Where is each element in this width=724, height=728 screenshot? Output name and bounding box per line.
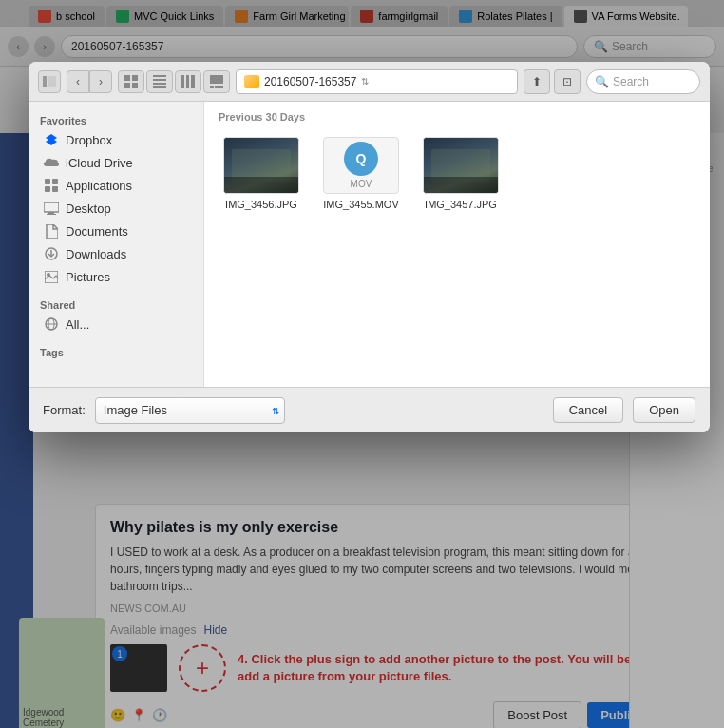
- dialog-overlay[interactable]: ‹ › 20160507-165357 ⇅: [0, 0, 724, 728]
- network-icon: [44, 316, 59, 332]
- back-nav-button[interactable]: ‹: [67, 70, 89, 93]
- applications-icon: [44, 178, 59, 193]
- svg-rect-7: [153, 79, 166, 81]
- sidebar-label-pictures: Pictures: [66, 270, 110, 284]
- icon-view-button[interactable]: [118, 70, 144, 93]
- path-control[interactable]: 20160507-165357 ⇅: [236, 69, 518, 94]
- sidebar-label-documents: Documents: [66, 224, 128, 239]
- file-name-img3456: IMG_3456.JPG: [225, 199, 297, 210]
- sidebar-label-all: All...: [66, 317, 89, 332]
- sidebar-item-applications[interactable]: Applications: [32, 174, 200, 197]
- action-group: ⬆ ⊡: [524, 69, 581, 94]
- mov-icon: Q: [344, 142, 378, 176]
- svg-rect-16: [219, 86, 223, 88]
- sidebar-item-documents[interactable]: Documents: [32, 220, 200, 242]
- thumb-inner-3457: [424, 138, 498, 193]
- svg-rect-9: [153, 86, 166, 88]
- icloud-icon: [44, 155, 59, 170]
- svg-rect-24: [48, 212, 54, 214]
- svg-rect-22: [52, 186, 58, 192]
- path-arrows[interactable]: ⇅: [361, 76, 369, 86]
- column-view-button[interactable]: [175, 70, 201, 93]
- section-header: Previous 30 Days: [219, 111, 695, 123]
- forward-nav-button[interactable]: ›: [89, 70, 112, 93]
- svg-rect-14: [210, 86, 214, 88]
- mov-label: MOV: [351, 179, 372, 189]
- pictures-icon: [44, 269, 59, 284]
- file-name-img3455: IMG_3455.MOV: [323, 199, 398, 210]
- favorites-label: Favorites: [29, 111, 203, 128]
- svg-rect-21: [45, 186, 50, 192]
- sidebar-label-dropbox: Dropbox: [66, 133, 112, 147]
- svg-rect-12: [191, 75, 195, 88]
- cover-view-button[interactable]: [203, 70, 230, 93]
- documents-icon: [44, 223, 59, 239]
- svg-rect-23: [44, 202, 59, 212]
- share-button[interactable]: ⬆: [524, 69, 550, 94]
- sidebar-label-icloud: iCloud Drive: [66, 156, 133, 170]
- dialog-body: Favorites Dropbox iCloud Drive: [29, 102, 710, 387]
- path-text: 20160507-165357: [264, 75, 356, 88]
- files-grid: IMG_3456.JPG Q MOV IMG_3455.MOV: [219, 132, 695, 215]
- file-item-img3456[interactable]: IMG_3456.JPG: [219, 132, 304, 215]
- sidebar-label-desktop: Desktop: [66, 201, 111, 216]
- file-item-img3457[interactable]: IMG_3457.JPG: [418, 132, 504, 215]
- desktop-icon: [44, 201, 59, 216]
- open-button[interactable]: Open: [633, 397, 695, 423]
- svg-rect-20: [52, 179, 58, 184]
- format-select-wrapper[interactable]: Image Files All Files JPEG PNG MOV ⇅: [95, 397, 285, 424]
- folder-icon: [244, 75, 259, 88]
- svg-rect-15: [215, 86, 219, 88]
- dialog-toolbar: ‹ › 20160507-165357 ⇅: [29, 62, 710, 102]
- shared-label: Shared: [29, 296, 203, 313]
- sidebar-item-dropbox[interactable]: Dropbox: [32, 128, 200, 151]
- sidebar-item-icloud[interactable]: iCloud Drive: [32, 151, 200, 174]
- file-thumbnail-img3457: [423, 137, 499, 194]
- svg-rect-2: [124, 75, 130, 81]
- search-icon: 🔍: [595, 75, 609, 88]
- format-label: Format:: [43, 403, 86, 417]
- dialog-sidebar: Favorites Dropbox iCloud Drive: [29, 102, 204, 387]
- svg-rect-1: [48, 76, 56, 87]
- sidebar-item-all[interactable]: All...: [32, 313, 200, 335]
- dialog-search[interactable]: 🔍 Search: [586, 69, 700, 94]
- tags-label: Tags: [29, 343, 203, 360]
- svg-rect-25: [47, 214, 56, 215]
- cancel-button[interactable]: Cancel: [553, 397, 623, 423]
- svg-rect-13: [210, 75, 223, 84]
- new-folder-button[interactable]: ⊡: [554, 69, 581, 94]
- search-placeholder-text: Search: [613, 75, 649, 88]
- list-view-button[interactable]: [146, 70, 173, 93]
- file-item-img3455[interactable]: Q MOV IMG_3455.MOV: [318, 132, 404, 215]
- svg-rect-10: [181, 75, 184, 88]
- sidebar-item-desktop[interactable]: Desktop: [32, 197, 200, 220]
- sidebar-toggle-button[interactable]: [38, 70, 61, 93]
- sidebar-label-downloads: Downloads: [66, 247, 126, 261]
- svg-rect-5: [132, 83, 138, 88]
- file-thumbnail-img3456: [223, 137, 299, 194]
- file-name-img3457: IMG_3457.JPG: [425, 199, 497, 210]
- svg-rect-19: [45, 179, 50, 184]
- sidebar-label-applications: Applications: [66, 179, 132, 193]
- format-select[interactable]: Image Files All Files JPEG PNG MOV: [95, 397, 285, 424]
- downloads-icon: [44, 246, 59, 261]
- svg-rect-11: [186, 75, 189, 88]
- thumb-inner-3456: [224, 138, 298, 193]
- svg-rect-6: [153, 75, 166, 77]
- svg-rect-3: [132, 75, 138, 81]
- sidebar-item-pictures[interactable]: Pictures: [32, 265, 200, 288]
- view-group: [118, 70, 230, 93]
- dropbox-icon: [44, 132, 59, 147]
- svg-rect-0: [43, 76, 47, 87]
- file-dialog: ‹ › 20160507-165357 ⇅: [29, 62, 710, 432]
- file-thumbnail-img3455: Q MOV: [323, 137, 399, 194]
- sidebar-item-downloads[interactable]: Downloads: [32, 242, 200, 265]
- nav-group: ‹ ›: [67, 70, 112, 93]
- dialog-footer: Format: Image Files All Files JPEG PNG M…: [29, 387, 710, 432]
- svg-rect-8: [153, 83, 166, 85]
- dialog-main-area: Previous 30 Days IMG_3456.JPG Q MOV: [204, 102, 710, 387]
- svg-rect-4: [124, 83, 130, 88]
